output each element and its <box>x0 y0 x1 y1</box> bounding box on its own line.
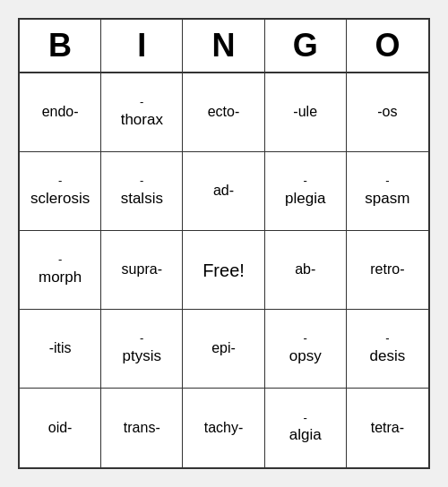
cell-content: oid- <box>48 419 73 438</box>
cell-content: -ule <box>293 103 317 122</box>
bingo-card: BINGO endo--thoraxecto--ule-os-sclerosis… <box>18 18 430 469</box>
cell-content: supra- <box>122 261 162 279</box>
cell-content: -itis <box>49 339 72 358</box>
cell-content: Free! <box>202 259 245 282</box>
bingo-cell: supra- <box>101 231 183 310</box>
bingo-grid: endo--thoraxecto--ule-os-sclerosis-stals… <box>20 73 428 467</box>
cell-content: ab- <box>295 261 315 279</box>
cell-content: retro- <box>370 261 404 279</box>
cell-content: ecto- <box>208 103 240 122</box>
cell-content: epi- <box>211 339 236 358</box>
bingo-cell: retro- <box>347 231 428 310</box>
cell-content: -thorax <box>121 95 163 130</box>
bingo-cell: -plegia <box>265 152 347 231</box>
bingo-cell: ab- <box>265 231 347 310</box>
bingo-cell: ecto- <box>183 73 264 152</box>
cell-content: ad- <box>213 182 234 201</box>
bingo-cell: -desis <box>347 310 428 389</box>
cell-content: -ptysis <box>123 331 161 366</box>
cell-content: -desis <box>370 331 406 366</box>
cell-content: -os <box>377 103 397 122</box>
cell-content: -stalsis <box>121 174 163 209</box>
bingo-cell: -stalsis <box>101 152 183 231</box>
cell-content: -opsy <box>289 331 322 366</box>
cell-content: tachy- <box>204 419 244 438</box>
bingo-cell: -algia <box>265 389 347 467</box>
cell-content: -plegia <box>285 174 325 209</box>
bingo-cell: -ule <box>265 73 347 152</box>
bingo-cell: -spasm <box>347 152 428 231</box>
bingo-cell: -sclerosis <box>20 152 101 231</box>
cell-content: -morph <box>39 252 82 287</box>
bingo-cell: -morph <box>20 231 101 310</box>
bingo-cell: oid- <box>20 389 101 467</box>
header-letter: B <box>20 20 101 72</box>
bingo-cell: -itis <box>20 310 101 389</box>
header-letter: I <box>101 20 183 72</box>
cell-content: -spasm <box>365 174 409 209</box>
cell-content: -sclerosis <box>30 174 90 209</box>
bingo-cell: Free! <box>183 231 264 310</box>
header-letter: N <box>183 20 264 72</box>
bingo-cell: tetra- <box>347 389 428 467</box>
cell-content: tetra- <box>371 419 404 438</box>
bingo-cell: -thorax <box>101 73 183 152</box>
bingo-cell: epi- <box>183 310 264 389</box>
cell-content: endo- <box>42 103 79 122</box>
bingo-cell: ad- <box>183 152 264 231</box>
bingo-cell: -opsy <box>265 310 347 389</box>
bingo-header: BINGO <box>20 20 428 73</box>
cell-content: trans- <box>124 419 160 438</box>
header-letter: O <box>347 20 428 72</box>
bingo-cell: endo- <box>20 73 101 152</box>
bingo-cell: -ptysis <box>101 310 183 389</box>
cell-content: -algia <box>289 411 322 446</box>
header-letter: G <box>265 20 347 72</box>
bingo-cell: tachy- <box>183 389 264 467</box>
bingo-cell: -os <box>347 73 428 152</box>
bingo-cell: trans- <box>101 389 183 467</box>
